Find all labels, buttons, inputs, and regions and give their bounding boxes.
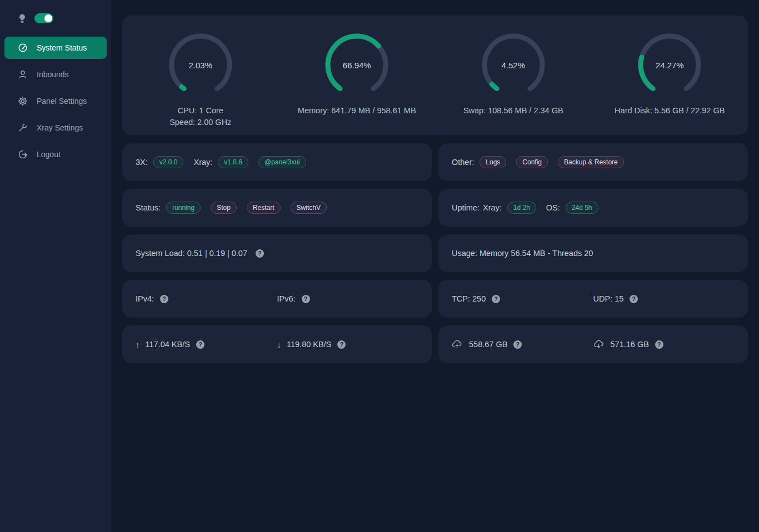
status-label: Status: (136, 203, 161, 212)
disk-percent: 24.27% (635, 31, 704, 99)
xray-label: Xray: (193, 158, 212, 167)
gauge-swap: 4.52% Swap: 108.56 MB / 2.34 GB (435, 31, 592, 135)
help-icon[interactable]: ? (655, 340, 663, 349)
memory-caption: Memory: 641.79 MB / 958.61 MB (298, 105, 416, 117)
sidebar-item-inbounds[interactable]: Inbounds (4, 63, 107, 86)
running-status-badge: running (166, 202, 201, 214)
ipv4-label: IPv4: (136, 294, 154, 303)
3x-label: 3X: (136, 158, 148, 167)
sidebar-item-label: Inbounds (37, 70, 69, 79)
uptime-xray-label: Xray: (483, 203, 502, 212)
restart-button[interactable]: Restart (247, 202, 281, 214)
help-icon[interactable]: ? (513, 340, 522, 349)
gauge-disk: 24.27% Hard Disk: 5.56 GB / 22.92 GB (592, 31, 748, 135)
network-speed-card: ↑ 117.04 KB/S ? ↓ 119.80 KB/S ? (122, 325, 432, 363)
swap-caption: Swap: 108.56 MB / 2.34 GB (463, 105, 563, 117)
traffic-total-card: 558.67 GB ? 571.16 GB ? (438, 325, 748, 363)
other-card: Other: Logs Config Backup & Restore (438, 143, 748, 181)
info-cards-grid: 3X: v2.0.0 Xray: v1.8.6 @panel3xui Other… (122, 143, 748, 363)
theme-row (0, 0, 111, 30)
udp-col: UDP: 15 ? (593, 294, 735, 303)
help-icon[interactable]: ? (256, 249, 264, 258)
version-card: 3X: v2.0.0 Xray: v1.8.6 @panel3xui (122, 143, 432, 181)
toggle-knob (44, 14, 52, 22)
gauge-cpu: 2.03% CPU: 1 CoreSpeed: 2.00 GHz (122, 31, 279, 135)
uptime-card: Uptime: Xray: 1d 2h OS: 24d 5h (438, 189, 748, 227)
sidebar-item-logout[interactable]: Logout (4, 143, 107, 165)
other-label: Other: (452, 158, 474, 167)
user-icon (18, 69, 28, 79)
cpu-caption: CPU: 1 CoreSpeed: 2.00 GHz (169, 105, 231, 128)
ipv6-col: IPv6: ? (277, 294, 419, 303)
sidebar-item-xray-settings[interactable]: Xray Settings (4, 117, 107, 139)
total-upload: 558.67 GB (469, 340, 507, 349)
ipv4-col: IPv4: ? (136, 294, 277, 303)
disk-caption: Hard Disk: 5.56 GB / 22.92 GB (615, 105, 725, 117)
dashboard-icon (18, 43, 28, 53)
usage-text: Usage: Memory 56.54 MB - Threads 20 (452, 249, 593, 258)
swap-percent: 4.52% (479, 31, 548, 99)
main-content: 2.03% CPU: 1 CoreSpeed: 2.00 GHz 66.94% … (111, 0, 759, 532)
os-uptime-tag: 24d 5h (566, 202, 598, 214)
uptime-label: Uptime: (452, 203, 480, 212)
sidebar-item-system-status[interactable]: System Status (4, 37, 107, 59)
tcp-col: TCP: 250 ? (452, 294, 593, 303)
upload-speed-col: ↑ 117.04 KB/S ? (136, 340, 277, 349)
download-speed-col: ↓ 119.80 KB/S ? (277, 340, 419, 349)
stop-button[interactable]: Stop (211, 202, 237, 214)
cpu-gauge-ring: 2.03% (166, 31, 235, 99)
telegram-channel-tag[interactable]: @panel3xui (258, 156, 306, 168)
gauge-memory: 66.94% Memory: 641.79 MB / 958.61 MB (279, 31, 436, 135)
sidebar-item-panel-settings[interactable]: Panel Settings (4, 90, 107, 112)
disk-gauge-ring: 24.27% (635, 31, 704, 99)
sidebar-item-label: Xray Settings (37, 123, 83, 132)
system-load-card: System Load: 0.51 | 0.19 | 0.07 ? (122, 234, 432, 272)
system-gauges-card: 2.03% CPU: 1 CoreSpeed: 2.00 GHz 66.94% … (122, 16, 748, 135)
download-speed: 119.80 KB/S (287, 340, 331, 349)
upload-speed: 117.04 KB/S (146, 340, 190, 349)
system-load-text: System Load: 0.51 | 0.19 | 0.07 (136, 249, 247, 258)
tcp-count: TCP: 250 (452, 294, 486, 303)
arrow-down-icon: ↓ (277, 340, 282, 349)
help-icon[interactable]: ? (492, 295, 500, 303)
cloud-download-icon (593, 340, 604, 349)
swap-gauge-ring: 4.52% (479, 31, 548, 99)
bulb-icon (18, 13, 27, 23)
help-icon[interactable]: ? (337, 340, 346, 349)
sidebar-menu: System Status Inbounds Panel Settings Xr… (0, 37, 111, 165)
backup-restore-button[interactable]: Backup & Restore (558, 156, 624, 168)
uptime-os-label: OS: (546, 203, 560, 212)
cpu-percent: 2.03% (166, 31, 235, 99)
app-window: System Status Inbounds Panel Settings Xr… (0, 0, 759, 532)
help-icon[interactable]: ? (302, 295, 310, 303)
ipv6-label: IPv6: (277, 294, 296, 303)
config-button[interactable]: Config (516, 156, 548, 168)
3x-version-tag: v2.0.0 (153, 156, 184, 168)
total-download-col: 571.16 GB ? (593, 340, 735, 349)
switch-version-button[interactable]: SwitchV (291, 202, 327, 214)
sidebar-item-label: System Status (37, 43, 87, 52)
total-upload-col: 558.67 GB ? (452, 340, 593, 349)
xray-uptime-tag: 1d 2h (507, 202, 536, 214)
help-icon[interactable]: ? (630, 295, 638, 303)
help-icon[interactable]: ? (160, 295, 168, 303)
sidebar-item-label: Logout (37, 150, 61, 159)
ip-card: IPv4: ? IPv6: ? (122, 280, 432, 318)
memory-percent: 66.94% (322, 31, 391, 99)
xray-version-tag: v1.8.6 (218, 156, 248, 168)
logout-icon (18, 149, 28, 159)
logs-button[interactable]: Logs (480, 156, 506, 168)
wrench-icon (18, 123, 28, 133)
gear-icon (18, 96, 28, 106)
usage-card: Usage: Memory 56.54 MB - Threads 20 (438, 234, 748, 272)
sidebar: System Status Inbounds Panel Settings Xr… (0, 0, 111, 532)
memory-gauge-ring: 66.94% (322, 31, 391, 99)
connections-card: TCP: 250 ? UDP: 15 ? (438, 280, 748, 318)
xray-status-card: Status: running Stop Restart SwitchV (122, 189, 432, 227)
theme-toggle[interactable] (34, 13, 53, 23)
cloud-upload-icon (452, 340, 462, 349)
total-download: 571.16 GB (611, 340, 649, 349)
sidebar-item-label: Panel Settings (37, 97, 87, 106)
udp-count: UDP: 15 (593, 294, 624, 303)
help-icon[interactable]: ? (196, 340, 204, 349)
